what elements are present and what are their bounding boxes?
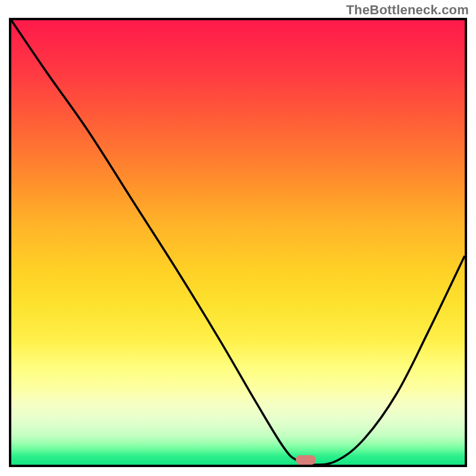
chart-svg [11,20,465,465]
bottleneck-curve [11,20,465,465]
optimal-point-marker [296,455,316,465]
chart-container: TheBottleneck.com [0,0,476,476]
watermark-text: TheBottleneck.com [346,2,469,18]
plot-area [9,18,467,467]
